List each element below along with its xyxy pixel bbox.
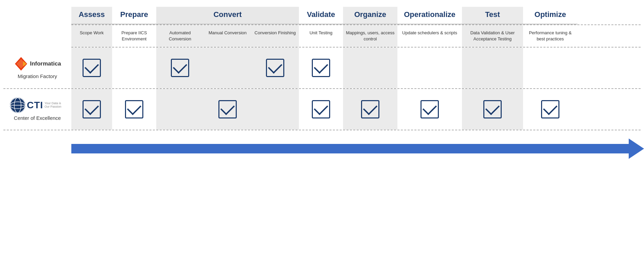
cti-operationalize-check xyxy=(421,100,439,118)
subphase-prepare-iics: Prepare IICS Environment xyxy=(112,25,156,47)
cti-optimize-check xyxy=(541,100,559,118)
cti-validate-cell xyxy=(299,89,343,130)
phase-organize-header: Organize xyxy=(343,7,397,24)
informatica-organize-cell xyxy=(343,48,397,88)
informatica-test-cell xyxy=(462,48,523,88)
phase-validate-header: Validate xyxy=(299,7,343,24)
subphase-manual-conv: Manual Conversion xyxy=(204,25,251,47)
cti-data-row xyxy=(71,89,641,130)
informatica-logo-icon xyxy=(14,56,29,71)
phase-convert-header: Convert xyxy=(156,7,299,24)
cti-operationalize-cell xyxy=(397,89,462,130)
subphase-mappings: Mappings, users, access control xyxy=(343,25,397,47)
subphase-scope-work: Scope Work xyxy=(71,25,112,47)
cti-assess-check xyxy=(83,100,101,118)
informatica-text: Informatica xyxy=(30,60,61,67)
informatica-validate-cell xyxy=(299,48,343,88)
subphase-perf-tuning: Performance tuning & best practices xyxy=(523,25,577,47)
informatica-operationalize-cell xyxy=(397,48,462,88)
cti-manual-conv-check xyxy=(218,100,237,118)
informatica-manual-conv-cell xyxy=(204,48,251,88)
arrow-head xyxy=(629,138,644,159)
phase-optimize-header: Optimize xyxy=(523,7,577,24)
cti-globe-svg xyxy=(10,97,25,113)
informatica-auto-conv-cell xyxy=(156,48,204,88)
subphase-conv-finish: Conversion Finishing xyxy=(251,25,299,47)
cti-test-check xyxy=(483,100,502,118)
phase-assess-header: Assess xyxy=(71,7,112,24)
cti-prepare-check xyxy=(125,100,143,118)
informatica-logo-cell: Informatica Migration Factory xyxy=(3,53,71,83)
cti-assess-cell xyxy=(71,89,112,130)
informatica-validate-check xyxy=(312,59,330,77)
informatica-assess-cell xyxy=(71,48,112,88)
informatica-optimize-cell xyxy=(523,48,577,88)
phase-operationalize-header: Operationalize xyxy=(397,7,462,24)
cti-logo-cell: CTI Your Data is Our Passion Center of E… xyxy=(3,94,71,125)
cti-validate-check xyxy=(312,100,330,118)
cti-row: CTI Your Data is Our Passion Center of E… xyxy=(3,89,641,130)
informatica-data-row xyxy=(71,48,641,88)
header-row: Assess Prepare Convert Validate Organize… xyxy=(71,7,641,24)
phase-prepare-header: Prepare xyxy=(112,7,156,24)
cti-brand-text: CTI xyxy=(27,100,43,111)
informatica-prepare-cell xyxy=(112,48,156,88)
subphase-update-schedulers: Update schedulers & scripts xyxy=(397,25,462,47)
arrow-body xyxy=(71,144,629,153)
subphase-unit-testing: Unit Testing xyxy=(299,25,343,47)
cti-logo-group: CTI Your Data is Our Passion xyxy=(10,97,65,113)
cti-circle-icon xyxy=(10,97,25,113)
subheader-row: Scope Work Prepare IICS Environment Auto… xyxy=(71,24,641,48)
cti-organize-check xyxy=(361,100,379,118)
informatica-row: Informatica Migration Factory xyxy=(3,48,641,89)
informatica-logo-group: Informatica xyxy=(14,56,61,71)
cti-subtitle: Center of Excellence xyxy=(14,114,61,122)
main-container: Assess Prepare Convert Validate Organize… xyxy=(0,0,644,166)
cti-prepare-cell xyxy=(112,89,156,130)
informatica-auto-conv-check xyxy=(171,59,189,77)
cti-optimize-cell xyxy=(523,89,577,130)
cti-organize-cell xyxy=(343,89,397,130)
subphase-auto-conv: Automated Conversion xyxy=(156,25,204,47)
subphase-data-validation: Data Validation & User Acceptance Testin… xyxy=(462,25,523,47)
informatica-conv-finish-check xyxy=(266,59,284,77)
cti-conv-finish-cell xyxy=(251,89,299,130)
progress-arrow-container xyxy=(71,138,644,159)
cti-test-cell xyxy=(462,89,523,130)
cti-manual-conv-cell xyxy=(204,89,251,130)
informatica-assess-check xyxy=(83,59,101,77)
cti-auto-conv-cell xyxy=(156,89,204,130)
informatica-subtitle: Migration Factory xyxy=(18,73,57,80)
cti-slogan: Your Data is Our Passion xyxy=(44,102,65,109)
phase-test-header: Test xyxy=(462,7,523,24)
informatica-conv-finish-cell xyxy=(251,48,299,88)
